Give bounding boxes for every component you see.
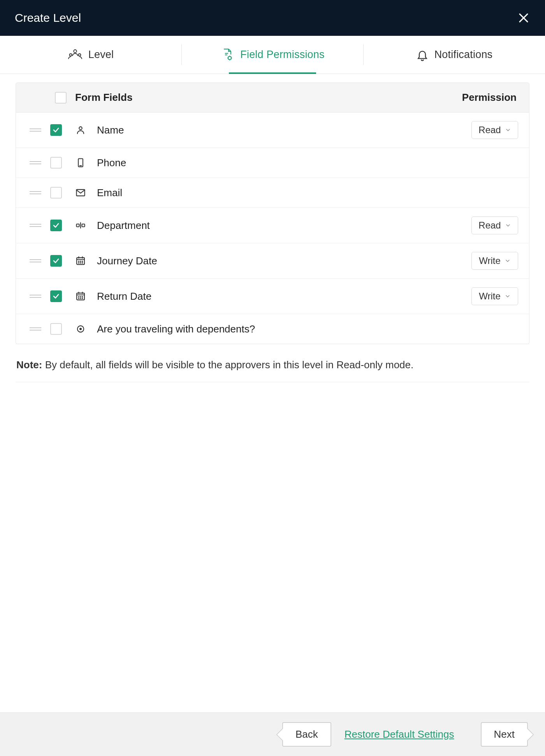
svg-point-32 [79,298,79,299]
svg-rect-12 [77,224,79,227]
back-button-label: Back [295,728,318,740]
chevron-down-icon [505,222,511,229]
back-button[interactable]: Back [282,722,331,747]
svg-point-2 [74,49,77,53]
svg-point-36 [79,328,82,330]
calendar-icon [74,255,87,267]
people-icon [68,48,83,62]
calendar-icon [74,290,87,302]
tab-label: Level [88,49,114,61]
drag-handle-icon[interactable] [28,224,43,227]
phone-icon [74,156,87,169]
drag-handle-icon[interactable] [28,191,43,194]
svg-point-21 [82,261,83,261]
tab-field-permissions[interactable]: Field Permissions [182,36,363,74]
svg-point-29 [79,296,79,297]
permission-select[interactable]: Write [471,252,518,270]
tab-label: Notifications [434,49,493,61]
svg-point-20 [80,261,81,261]
svg-point-4 [78,53,81,56]
next-button-label: Next [494,728,515,740]
chevron-down-icon [505,127,511,133]
table-row: Name Read [16,113,529,148]
drag-handle-icon[interactable] [28,128,43,132]
permission-select[interactable]: Write [471,287,518,305]
field-label: Name [97,124,464,136]
svg-point-22 [79,263,79,263]
field-label: Return Date [97,290,464,302]
table-row: Phone [16,148,529,178]
tab-level[interactable]: Level [0,36,181,74]
permission-value: Write [479,291,501,302]
tabs: Level Field Permissions Notifications [0,36,545,74]
svg-point-34 [82,298,83,299]
field-label: Email [97,187,518,199]
field-label: Phone [97,157,518,169]
restore-link-label: Restore Default Settings [345,728,454,740]
svg-point-19 [79,261,79,261]
permission-value: Write [479,255,501,266]
svg-point-8 [79,127,82,130]
row-checkbox[interactable] [50,290,62,302]
table-row: Department Read [16,208,529,243]
note-prefix: Note: [16,359,42,371]
mail-icon [74,186,87,199]
table-row: Return Date Write [16,279,529,314]
close-icon [517,11,530,25]
note-text: Note: By default, all fields will be vis… [16,344,529,382]
footer: Back Restore Default Settings Next [0,712,545,756]
field-label: Are you traveling with dependents? [97,323,518,335]
svg-point-30 [80,296,81,297]
table-row: Are you traveling with dependents? [16,314,529,344]
next-button[interactable]: Next [481,722,528,747]
svg-point-31 [82,296,83,297]
drag-handle-icon[interactable] [28,161,43,164]
person-icon [74,124,87,136]
permission-select[interactable]: Read [471,121,518,139]
svg-point-24 [82,263,83,263]
table-row: Email [16,178,529,208]
table-body[interactable]: Name Read Phone Email Department [16,113,529,344]
tab-notifications[interactable]: Notifications [364,36,545,74]
row-checkbox[interactable] [50,187,62,199]
row-checkbox[interactable] [50,255,62,267]
permission-select[interactable]: Read [471,216,518,234]
field-table: Form Fields Permission Name Read Phone [16,83,529,344]
table-header: Form Fields Permission [16,83,529,113]
col-header-permission: Permission [462,91,518,104]
row-checkbox[interactable] [50,220,62,231]
svg-point-3 [69,53,72,56]
modal-header: Create Level [0,0,545,36]
tab-label: Field Permissions [240,49,324,61]
col-header-fields: Form Fields [75,91,132,104]
row-checkbox[interactable] [50,323,62,335]
permission-value: Read [478,125,501,135]
content-area: Form Fields Permission Name Read Phone [0,74,545,712]
svg-rect-13 [82,224,85,227]
department-icon [74,219,87,232]
field-label: Journey Date [97,255,464,267]
field-label: Department [97,220,464,232]
bell-icon [416,48,429,62]
row-checkbox[interactable] [50,124,62,136]
chevron-down-icon [505,258,511,264]
select-all-checkbox[interactable] [55,92,67,104]
note-body: By default, all fields will be visible t… [42,359,413,371]
table-row: Journey Date Write [16,243,529,279]
restore-default-link[interactable]: Restore Default Settings [345,728,454,740]
modal-title: Create Level [15,11,81,25]
row-checkbox[interactable] [50,157,62,169]
chevron-down-icon [505,293,511,299]
radio-icon [74,323,87,335]
drag-handle-icon[interactable] [28,327,43,331]
svg-point-33 [80,298,81,299]
close-button[interactable] [517,11,530,25]
doc-gear-icon [220,48,234,62]
permission-value: Read [478,220,501,231]
svg-point-23 [80,263,81,263]
drag-handle-icon[interactable] [28,259,43,262]
drag-handle-icon[interactable] [28,295,43,298]
